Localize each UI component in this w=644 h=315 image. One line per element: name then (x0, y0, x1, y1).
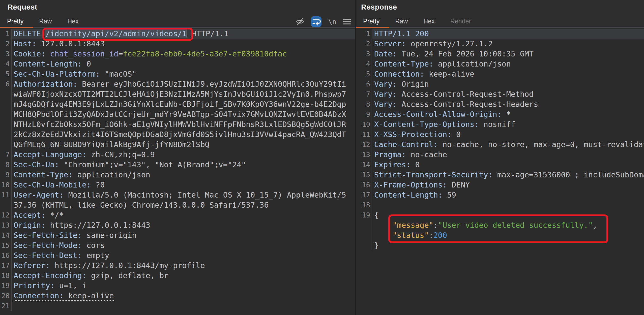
line-content[interactable]: HTTP/1.1 200 (372, 29, 644, 39)
code-token: Server: (374, 39, 406, 48)
line-content[interactable]: Content-Type: application/json (12, 170, 355, 180)
code-line: 8Vary: Access-Control-Request-Headers (356, 99, 644, 109)
code-token: Strict-Transport-Security: (374, 170, 493, 179)
line-content[interactable]: Origin: https://127.0.0.1:8443 (12, 220, 355, 230)
line-content[interactable]: Accept-Language: zh-CN,zh;q=0.9 (12, 150, 355, 160)
line-content[interactable]: Sec-Ch-Ua-Platform: "macOS" (12, 69, 355, 79)
line-content[interactable]: Connection: keep-alive (12, 291, 355, 301)
line-content[interactable]: Expires: 0 (372, 160, 644, 170)
menu-icon[interactable] (343, 18, 351, 25)
code-token: Sec-Fetch-Mode: (14, 241, 82, 250)
tab-raw[interactable]: Raw (39, 18, 52, 25)
line-number: 6 (356, 79, 372, 89)
tab-raw[interactable]: Raw (395, 18, 408, 25)
code-line: 16Sec-Fetch-Dest: empty (0, 250, 355, 261)
line-content[interactable]: X-XSS-Protection: 0 (372, 130, 644, 140)
tab-pretty[interactable]: Pretty (363, 18, 379, 25)
line-content[interactable]: Pragma: no-cache (372, 150, 644, 160)
line-content[interactable]: Content-Length: 59 (372, 190, 644, 200)
code-token: Accept-Language: (14, 150, 86, 159)
tab-hex[interactable]: Hex (423, 18, 434, 25)
line-content[interactable]: DELETE /identity/api/v2/admin/videos/1 H… (12, 29, 355, 39)
line-content[interactable]: Strict-Transport-Security: max-age=31536… (372, 170, 644, 180)
line-content[interactable]: "status":200 (372, 230, 644, 240)
eye-off-icon[interactable] (296, 17, 304, 26)
code-token: Tue, 24 Feb 2026 10:00:35 GMT (397, 49, 534, 58)
line-number: 17 (0, 261, 12, 271)
code-token: application/json (433, 59, 511, 68)
line-content[interactable]: Connection: keep-alive (372, 69, 644, 79)
code-token: Vary: (374, 80, 397, 88)
code-token: } (374, 241, 379, 250)
line-content[interactable]: Content-Type: application/json (372, 59, 644, 69)
word-wrap-icon[interactable] (311, 16, 321, 27)
panel-splitter[interactable] (355, 0, 356, 315)
line-content[interactable]: Referer: https://127.0.0.1:8443/my-profi… (12, 261, 355, 271)
code-token: Content-Type: (374, 59, 433, 68)
line-content[interactable]: Accept: */* (12, 210, 355, 220)
code-line: 19{ (356, 210, 644, 220)
code-token: Vary: (374, 90, 397, 99)
response-editor[interactable]: 1HTTP/1.1 2002Server: openresty/1.27.1.2… (356, 28, 644, 315)
line-content[interactable]: Server: openresty/1.27.1.2 (372, 39, 644, 49)
line-content[interactable]: Sec-Fetch-Site: same-origin (12, 230, 355, 240)
newline-icon[interactable]: \n (328, 18, 336, 26)
tab-hex[interactable]: Hex (67, 18, 78, 25)
line-content[interactable]: Date: Tue, 24 Feb 2026 10:00:35 GMT (372, 49, 644, 59)
tab-pretty[interactable]: Pretty (7, 18, 23, 25)
code-token: X-XSS-Protection: (374, 130, 452, 139)
line-content[interactable]: Vary: Access-Control-Request-Headers (372, 99, 644, 109)
code-line: 15Sec-Fetch-Mode: cors (0, 240, 355, 250)
line-content[interactable]: User-Agent: Mozilla/5.0 (Macintosh; Inte… (12, 190, 355, 210)
code-line: 2Server: openresty/1.27.1.2 (356, 39, 644, 49)
response-header: Response Pretty Raw Hex Render (356, 0, 644, 28)
line-content[interactable]: Sec-Ch-Ua: "Chromium";v="143", "Not A(Br… (12, 160, 355, 170)
code-line: 12Cache-Control: no-cache, no-store, max… (356, 140, 644, 150)
code-token: Sec-Fetch-Site: (14, 231, 82, 240)
line-content[interactable]: } (372, 240, 644, 250)
line-content[interactable] (12, 301, 355, 311)
code-line: 14Expires: 0 (356, 160, 644, 170)
code-token: keep-alive (64, 291, 114, 300)
line-number: 15 (356, 170, 372, 180)
line-content[interactable]: Sec-Fetch-Dest: empty (12, 250, 355, 261)
code-token: Access-Control-Request-Method (397, 90, 534, 99)
line-number: 8 (356, 99, 372, 109)
line-content[interactable] (372, 200, 644, 210)
line-content[interactable]: X-Content-Type-Options: nosniff (372, 119, 644, 130)
line-content[interactable]: Access-Control-Allow-Origin: * (372, 109, 644, 119)
code-token: Origin: (14, 221, 45, 230)
code-token: Mozilla/5.0 (Macintosh; Intel Mac OS X 1… (14, 191, 346, 209)
code-token: , (593, 221, 597, 230)
code-token: Referer: (14, 261, 50, 270)
line-content[interactable]: X-Frame-Options: DENY (372, 180, 644, 190)
code-token: "macOS" (100, 70, 137, 78)
line-number: 1 (0, 29, 12, 39)
line-content[interactable]: Authorization: Bearer eyJhbGciOiJSUzI1Ni… (12, 79, 355, 150)
line-number: 18 (356, 200, 372, 210)
code-token: Bearer (77, 80, 114, 88)
line-content[interactable]: Sec-Fetch-Mode: cors (12, 240, 355, 250)
code-token: * (502, 110, 511, 119)
line-content[interactable]: Cookie: chat_session_id=fce22fa8-ebb0-4d… (12, 49, 355, 59)
line-content[interactable]: Sec-Ch-Ua-Mobile: ?0 (12, 180, 355, 190)
line-content[interactable]: Accept-Encoding: gzip, deflate, br (12, 271, 355, 281)
request-editor[interactable]: 1DELETE /identity/api/v2/admin/videos/1 … (0, 28, 355, 315)
line-content[interactable]: { (372, 210, 644, 220)
code-token: 0 (82, 59, 91, 68)
code-token: empty (82, 251, 109, 260)
code-token: 0 (452, 130, 461, 139)
line-content[interactable]: Vary: Access-Control-Request-Method (372, 89, 644, 99)
line-content[interactable]: "message":"User video deleted successful… (372, 220, 644, 230)
code-token: https://127.0.0.1:8443/my-profile (50, 261, 205, 270)
line-content[interactable]: Vary: Origin (372, 79, 644, 89)
code-token: 200 (433, 231, 447, 240)
line-content[interactable]: Cache-Control: no-cache, no-store, max-a… (372, 140, 644, 150)
code-token: Accept-Encoding: (14, 271, 86, 280)
line-content[interactable]: Content-Length: 0 (12, 59, 355, 69)
line-content[interactable]: Priority: u=1, i (12, 281, 355, 291)
code-line: 17Referer: https://127.0.0.1:8443/my-pro… (0, 261, 355, 271)
code-token: Sec-Ch-Ua: (14, 160, 59, 169)
code-token: : (429, 231, 433, 240)
line-content[interactable]: Host: 127.0.0.1:8443 (12, 39, 355, 49)
